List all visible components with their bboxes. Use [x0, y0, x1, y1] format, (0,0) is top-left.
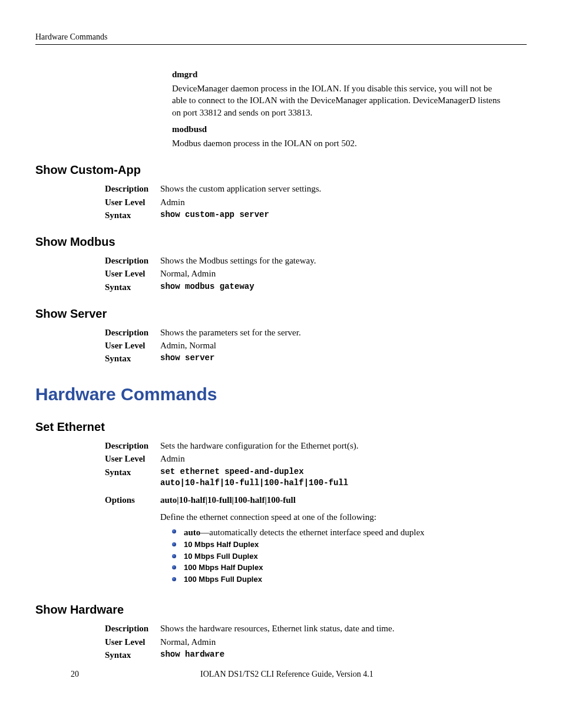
value-userlevel: Admin: [160, 196, 527, 208]
label-syntax: Syntax: [105, 281, 156, 293]
set-ethernet-table: Description Sets the hardware configurat…: [105, 440, 527, 488]
set-ethernet-heading: Set Ethernet: [35, 419, 527, 435]
value-syntax: show hardware: [160, 649, 527, 661]
value-syntax: show server: [160, 353, 527, 364]
page: Hardware Commands dmgrd DeviceManager da…: [35, 32, 527, 704]
list-item: 100 Mbps Half Duplex: [170, 562, 527, 573]
value-syntax: show custom-app server: [160, 209, 527, 221]
bullet-text: 10 Mbps Full Duplex: [184, 552, 258, 561]
intro-block: dmgrd DeviceManager daemon process in th…: [172, 68, 503, 150]
value-description: Shows the custom application server sett…: [160, 183, 527, 195]
dmgrd-title: dmgrd: [172, 68, 503, 80]
label-userlevel: User Level: [105, 196, 156, 208]
label-description: Description: [105, 327, 156, 338]
value-userlevel: Admin, Normal: [160, 340, 527, 351]
show-hardware-table: Description Shows the hardware resources…: [105, 622, 527, 661]
value-userlevel: Normal, Admin: [160, 636, 527, 648]
label-syntax: Syntax: [105, 353, 156, 364]
list-item: 10 Mbps Full Duplex: [170, 551, 527, 562]
label-description: Description: [105, 622, 156, 634]
modbusd-title: modbusd: [172, 123, 503, 135]
page-footer: 20 IOLAN DS1/TS2 CLI Reference Guide, Ve…: [71, 669, 491, 680]
running-header: Hardware Commands: [35, 32, 527, 45]
guide-title: IOLAN DS1/TS2 CLI Reference Guide, Versi…: [200, 669, 491, 680]
label-options: Options: [105, 494, 156, 585]
modbusd-text: Modbus daemon process in the IOLAN on po…: [172, 137, 503, 149]
list-item: 10 Mbps Half Duplex: [170, 539, 527, 550]
label-userlevel: User Level: [105, 453, 156, 465]
show-server-heading: Show Server: [35, 306, 527, 322]
hardware-commands-title: Hardware Commands: [35, 383, 527, 407]
show-modbus-heading: Show Modbus: [35, 234, 527, 250]
value-description: Shows the parameters set for the server.: [160, 327, 527, 338]
options-intro: Define the ethernet connection speed at …: [160, 511, 527, 523]
bullet-text: 10 Mbps Half Duplex: [184, 540, 259, 549]
bullet-term: auto: [184, 528, 200, 537]
dmgrd-text: DeviceManager daemon process in the IOLA…: [172, 83, 503, 118]
value-userlevel: Admin: [160, 453, 527, 465]
label-description: Description: [105, 183, 156, 195]
label-description: Description: [105, 255, 156, 266]
value-syntax: show modbus gateway: [160, 281, 527, 293]
options-content: auto|10-half|10-full|100-half|100-full D…: [160, 494, 527, 585]
options-bullets: auto—automatically detects the ethernet …: [170, 526, 527, 584]
value-description: Sets the hardware configuration for the …: [160, 440, 527, 452]
show-custom-app-table: Description Shows the custom application…: [105, 183, 527, 221]
value-userlevel: Normal, Admin: [160, 268, 527, 279]
value-description: Shows the Modbus settings for the gatewa…: [160, 255, 527, 266]
running-header-text: Hardware Commands: [35, 32, 107, 41]
label-syntax: Syntax: [105, 209, 156, 221]
label-userlevel: User Level: [105, 340, 156, 351]
set-ethernet-options: Options auto|10-half|10-full|100-half|10…: [105, 494, 527, 585]
list-item: 100 Mbps Full Duplex: [170, 574, 527, 585]
show-custom-app-heading: Show Custom-App: [35, 162, 527, 178]
options-header: auto|10-half|10-full|100-half|100-full: [160, 494, 527, 506]
bullet-text: 100 Mbps Half Duplex: [184, 563, 263, 572]
show-server-table: Description Shows the parameters set for…: [105, 327, 527, 365]
label-syntax: Syntax: [105, 466, 156, 489]
value-description: Shows the hardware resources, Ethernet l…: [160, 622, 527, 634]
bullet-text: 100 Mbps Full Duplex: [184, 575, 262, 584]
label-userlevel: User Level: [105, 636, 156, 648]
page-number: 20: [71, 669, 200, 680]
label-description: Description: [105, 440, 156, 452]
list-item: auto—automatically detects the ethernet …: [170, 526, 527, 538]
bullet-rest: —automatically detects the ethernet inte…: [200, 528, 424, 537]
label-syntax: Syntax: [105, 649, 156, 661]
label-userlevel: User Level: [105, 268, 156, 279]
show-hardware-heading: Show Hardware: [35, 602, 527, 618]
value-syntax: set ethernet speed-and-duplex auto|10-ha…: [160, 466, 527, 489]
show-modbus-table: Description Shows the Modbus settings fo…: [105, 255, 527, 293]
